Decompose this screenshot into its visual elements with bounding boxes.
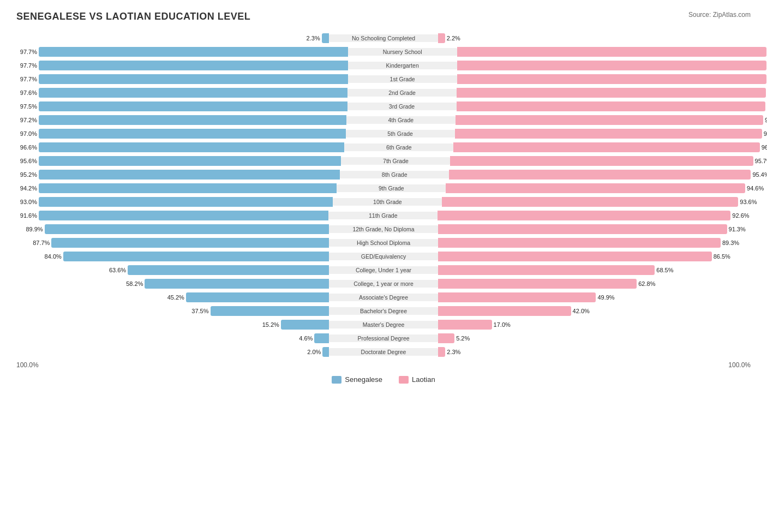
legend-item-pink: Laotian <box>399 375 435 384</box>
bar-blue <box>39 88 347 98</box>
left-section: 84.0% <box>16 252 329 261</box>
right-value: 89.3% <box>722 240 743 246</box>
right-section: 97.1% <box>455 129 767 139</box>
bar-blue <box>39 115 346 125</box>
left-section: 2.0% <box>16 347 329 357</box>
legend: Senegalese Laotian <box>16 375 751 384</box>
left-value: 97.7% <box>16 76 37 82</box>
row-label: 5th Grade <box>346 130 455 138</box>
right-section: 93.6% <box>442 197 760 207</box>
row-label: 4th Grade <box>346 116 456 124</box>
bar-pink <box>438 265 655 275</box>
left-section: 97.6% <box>16 88 347 98</box>
left-section: 2.3% <box>16 33 329 43</box>
right-section: 97.8% <box>457 74 767 84</box>
bar-pink <box>453 142 759 152</box>
right-value: 17.0% <box>494 321 514 328</box>
right-value: 95.7% <box>755 158 767 164</box>
row-label: 10th Grade <box>333 198 442 206</box>
right-section: 92.6% <box>438 211 753 220</box>
right-value: 95.4% <box>752 171 767 178</box>
bar-blue <box>211 306 329 316</box>
row-label: Doctorate Degree <box>329 348 438 356</box>
right-section: 5.2% <box>438 333 751 343</box>
bar-blue <box>39 47 348 57</box>
left-value: 91.6% <box>16 212 37 219</box>
right-section: 97.6% <box>457 101 768 111</box>
bar-pink <box>457 47 766 57</box>
right-value: 2.3% <box>447 349 468 355</box>
row-label: High School Diploma <box>329 239 438 247</box>
left-value: 2.0% <box>300 349 321 355</box>
table-row: 96.6% 6th Grade 96.8% <box>16 141 751 153</box>
bar-pink <box>457 61 766 70</box>
right-value: 86.5% <box>714 253 734 260</box>
row-label: 3rd Grade <box>347 103 457 110</box>
bar-pink <box>446 183 745 193</box>
left-section: 87.7% <box>16 238 329 248</box>
right-section: 97.7% <box>457 88 767 98</box>
left-value: 84.0% <box>41 253 62 260</box>
chart-header: SENEGALESE VS LAOTIAN EDUCATION LEVEL So… <box>16 11 751 22</box>
row-label: 9th Grade <box>337 184 446 192</box>
table-row: 2.0% Doctorate Degree 2.3% <box>16 346 751 358</box>
left-section: 97.2% <box>16 115 346 125</box>
bar-blue <box>322 33 329 43</box>
bar-blue <box>39 183 337 193</box>
bar-blue <box>39 211 328 220</box>
table-row: 93.0% 10th Grade 93.6% <box>16 196 751 208</box>
left-value: 4.6% <box>292 335 313 342</box>
bar-blue <box>45 224 329 234</box>
left-section: 95.6% <box>16 156 341 166</box>
row-label: 12th Grade, No Diploma <box>329 225 438 233</box>
right-section: 42.0% <box>438 306 751 316</box>
right-value: 96.8% <box>762 144 767 151</box>
row-label: 2nd Grade <box>347 89 457 97</box>
left-value: 95.6% <box>16 158 37 164</box>
left-section: 58.2% <box>16 279 329 289</box>
table-row: 95.6% 7th Grade 95.7% <box>16 155 751 167</box>
left-value: 87.7% <box>29 240 50 246</box>
bar-blue <box>39 61 348 70</box>
bar-pink <box>450 156 753 166</box>
left-section: 97.7% <box>16 74 348 84</box>
table-row: 2.3% No Schooling Completed 2.2% <box>16 32 751 44</box>
right-section: 86.5% <box>438 252 751 261</box>
bar-pink <box>457 101 765 111</box>
left-section: 37.5% <box>16 306 329 316</box>
legend-label-pink: Laotian <box>412 375 435 384</box>
row-label: Kindergarten <box>348 62 457 69</box>
right-section: 97.3% <box>456 115 767 125</box>
left-section: 63.6% <box>16 265 329 275</box>
bar-pink <box>438 252 712 261</box>
row-label: No Schooling Completed <box>329 34 438 42</box>
row-label: 11th Grade <box>328 212 438 219</box>
bar-blue <box>63 252 329 261</box>
left-value: 2.3% <box>299 35 320 41</box>
right-value: 5.2% <box>456 335 477 342</box>
bar-blue <box>39 129 346 139</box>
bar-blue <box>39 197 333 207</box>
table-row: 95.2% 8th Grade 95.4% <box>16 169 751 181</box>
right-value: 62.8% <box>638 280 659 287</box>
legend-label-blue: Senegalese <box>345 375 382 384</box>
left-value: 97.6% <box>16 89 37 96</box>
right-value: 68.5% <box>656 267 677 273</box>
table-row: 63.6% College, Under 1 year 68.5% <box>16 264 751 276</box>
right-value: 97.3% <box>765 117 767 123</box>
row-label: 6th Grade <box>344 144 453 151</box>
table-row: 97.5% 3rd Grade 97.6% <box>16 100 751 112</box>
right-value: 49.9% <box>597 294 618 301</box>
table-row: 97.2% 4th Grade 97.3% <box>16 114 751 126</box>
left-value: 63.6% <box>105 267 126 273</box>
right-section: 62.8% <box>438 279 751 289</box>
table-row: 97.7% Kindergarten 97.8% <box>16 59 751 71</box>
left-value: 97.2% <box>16 117 37 123</box>
chart-title: SENEGALESE VS LAOTIAN EDUCATION LEVEL <box>16 11 250 22</box>
footer-left: 100.0% <box>16 361 39 369</box>
chart-rows: 2.3% No Schooling Completed 2.2% 97.7% N… <box>16 32 751 358</box>
table-row: 15.2% Master's Degree 17.0% <box>16 319 751 331</box>
left-section: 96.6% <box>16 142 344 152</box>
bar-pink <box>438 211 730 220</box>
bar-blue <box>145 279 329 289</box>
